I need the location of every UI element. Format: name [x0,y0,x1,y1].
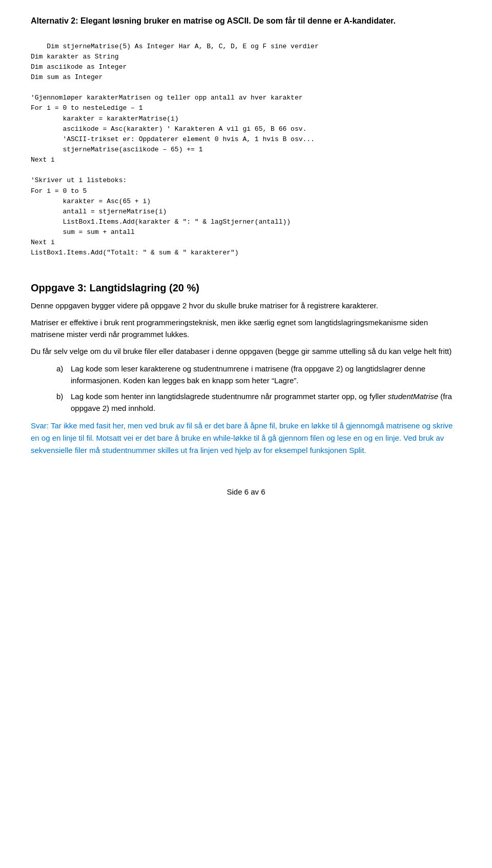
page-footer: Side 6 av 6 [31,487,461,496]
list-a-label: a) [56,363,67,387]
code-text: Dim stjerneMatrise(5) As Integer Har A, … [31,43,319,257]
section3-intro2: Matriser er effektive i bruk rent progra… [31,317,461,341]
list-a-content: Lag kode som leser karakterene og studen… [71,363,461,387]
list-b-text-part1: Lag kode som henter inn langtidslagrede … [71,392,388,401]
answer-text: Svar: Tar ikke med fasit her, men ved br… [31,420,461,457]
section3-heading: Oppgave 3: Langtidslagring (20 %) [31,281,461,294]
page-container: Alternativ 2: Elegant løsning bruker en … [31,15,461,496]
section3-intro1: Denne oppgaven bygger videre på oppgave … [31,300,461,311]
list-b-label: b) [56,390,67,415]
list-b-content: Lag kode som henter inn langtidslagrede … [71,390,461,415]
list-b-italic: studentMatrise [388,392,438,401]
task-list: a) Lag kode som leser karakterene og stu… [31,363,461,415]
list-item-b: b) Lag kode som henter inn langtidslagre… [56,390,461,415]
list-item-a: a) Lag kode som leser karakterene og stu… [56,363,461,387]
code-block: Dim stjerneMatrise(5) As Integer Har A, … [31,31,461,268]
section3-intro3: Du får selv velge om du vil bruke filer … [31,345,461,357]
page-heading: Alternativ 2: Elegant løsning bruker en … [31,15,461,27]
footer-text: Side 6 av 6 [227,487,265,496]
